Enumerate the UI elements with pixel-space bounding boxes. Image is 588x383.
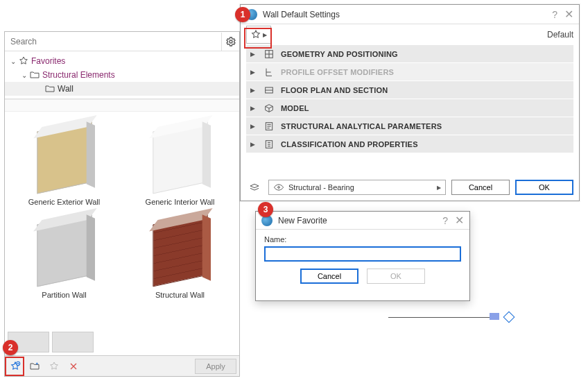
chevron-right-icon: ▶ [250, 51, 257, 58]
dialog-footer: Structural - Bearing ▶ Cancel OK [241, 176, 579, 201]
section-label: FLOOR PLAN AND SECTION [281, 86, 388, 94]
partial-thumb-row [5, 329, 239, 355]
folder-icon [44, 83, 56, 94]
name-input[interactable] [264, 246, 461, 262]
wall-preview-icon [139, 119, 222, 195]
dialog-toolbar: ▶ Default [241, 24, 579, 45]
chevron-right-icon: ▶ [250, 123, 257, 130]
thumb-structural-wall[interactable]: Structural Wall [123, 212, 236, 299]
svg-point-0 [230, 40, 232, 43]
chevron-right-icon: ▶ [263, 32, 267, 38]
gear-icon[interactable] [221, 33, 239, 51]
tree-divider [5, 99, 239, 112]
wall-preview-icon [139, 212, 222, 288]
cancel-button[interactable]: Cancel [451, 180, 510, 195]
chevron-right-icon: ▶ [250, 105, 257, 112]
dialog-title: Wall Default Settings [263, 10, 552, 19]
dialog-titlebar: Wall Default Settings ? ✕ [241, 5, 579, 24]
close-icon[interactable]: ✕ [564, 8, 573, 21]
cancel-button[interactable]: Cancel [300, 269, 358, 284]
model-icon [263, 103, 275, 114]
tree-toggle-icon[interactable]: ⌄ [20, 71, 28, 79]
classification-icon [263, 139, 275, 150]
chevron-right-icon: ▶ [250, 87, 257, 94]
layer-value: Structural - Bearing [288, 183, 354, 192]
wall-settings-dialog: Wall Default Settings ? ✕ ▶ Default ▶ GE… [240, 4, 580, 201]
name-label: Name: [264, 235, 461, 244]
thumb-label: Partition Wall [42, 291, 86, 299]
chevron-right-icon: ▶ [250, 69, 257, 76]
favorites-toolbar: Apply [5, 355, 239, 376]
section-floorplan[interactable]: ▶ FLOOR PLAN AND SECTION [246, 81, 573, 99]
new-folder-icon[interactable] [27, 359, 42, 374]
favorites-panel: ⌄ Favorites ⌄ Structural Elements Wall [4, 31, 240, 377]
section-geometry[interactable]: ▶ GEOMETRY AND POSITIONING [246, 45, 573, 63]
folder-icon [28, 69, 41, 80]
svg-point-6 [278, 187, 280, 189]
section-profile-offset: ▶ PROFILE OFFSET MODIFIERS [246, 63, 573, 81]
thumb-label: Generic Exterior Wall [28, 198, 101, 206]
section-model[interactable]: ▶ MODEL [246, 99, 573, 117]
geometry-icon [263, 49, 275, 60]
wall-preview-icon [23, 119, 106, 195]
wall-preview-icon [23, 212, 106, 288]
section-label: GEOMETRY AND POSITIONING [281, 50, 398, 58]
tree-root[interactable]: ⌄ Favorites [5, 54, 239, 68]
thumb-label: Generic Interior Wall [146, 198, 215, 206]
chevron-right-icon: ▶ [250, 141, 257, 148]
delete-icon[interactable] [66, 359, 81, 374]
tree-child[interactable]: ⌄ Structural Elements [5, 68, 239, 82]
thumb-label: Structural Wall [155, 291, 205, 299]
sections-list: ▶ GEOMETRY AND POSITIONING ▶ PROFILE OFF… [241, 45, 579, 153]
annotation-badge-3: 3 [258, 202, 273, 217]
favorites-tree: ⌄ Favorites ⌄ Structural Elements Wall [5, 51, 239, 99]
analytical-icon [263, 121, 275, 132]
close-icon[interactable]: ✕ [455, 214, 464, 227]
tree-label: Structural Elements [41, 70, 115, 80]
star-icon [17, 56, 30, 67]
tree-label: Wall [56, 84, 74, 94]
thumb-generic-exterior-wall[interactable]: Generic Exterior Wall [8, 119, 121, 206]
section-label: CLASSIFICATION AND PROPERTIES [281, 140, 418, 148]
annotation-badge-2: 2 [3, 340, 18, 355]
decorative-line [388, 315, 520, 321]
layer-select[interactable]: Structural - Bearing ▶ [268, 180, 446, 195]
chevron-right-icon: ▶ [437, 185, 441, 191]
annotation-badge-1: 1 [235, 7, 250, 22]
modal-body: Name: [256, 230, 469, 264]
search-input[interactable] [5, 34, 221, 49]
profile-icon [263, 67, 275, 78]
tree-leaf[interactable]: Wall [5, 82, 239, 96]
tree-toggle-icon[interactable]: ⌄ [9, 58, 17, 65]
ok-button: OK [367, 269, 425, 284]
modal-footer: Cancel OK [256, 264, 469, 291]
default-label: Default [547, 30, 573, 40]
section-analytical[interactable]: ▶ STRUCTURAL ANALYTICAL PARAMETERS [246, 117, 573, 135]
layer-icon [246, 180, 263, 194]
new-favorite-dialog: New Favorite ? ✕ Name: Cancel OK [255, 211, 470, 301]
help-icon[interactable]: ? [442, 215, 448, 226]
apply-button[interactable]: Apply [195, 359, 236, 374]
search-row [5, 32, 239, 51]
thumb-generic-interior-wall[interactable]: Generic Interior Wall [123, 119, 236, 206]
ok-button[interactable]: OK [515, 180, 573, 195]
favorites-dropdown-button[interactable]: ▶ [246, 26, 271, 44]
section-label: STRUCTURAL ANALYTICAL PARAMETERS [281, 122, 442, 130]
thumbnail-grid: Generic Exterior Wall Generic Interior W… [5, 112, 239, 329]
dialog-title: New Favorite [278, 216, 442, 225]
section-classification[interactable]: ▶ CLASSIFICATION AND PROPERTIES [246, 135, 573, 153]
help-icon[interactable]: ? [552, 9, 557, 20]
floorplan-icon [263, 85, 275, 96]
eye-icon [273, 182, 284, 193]
star-icon[interactable] [46, 359, 62, 374]
add-favorite-icon[interactable] [8, 359, 23, 374]
tree-label: Favorites [30, 56, 65, 66]
thumb-partition-wall[interactable]: Partition Wall [8, 212, 121, 299]
dialog-titlebar: New Favorite ? ✕ [256, 212, 469, 230]
section-label: MODEL [281, 104, 309, 112]
section-label: PROFILE OFFSET MODIFIERS [281, 68, 394, 76]
partial-thumb[interactable] [52, 332, 94, 352]
